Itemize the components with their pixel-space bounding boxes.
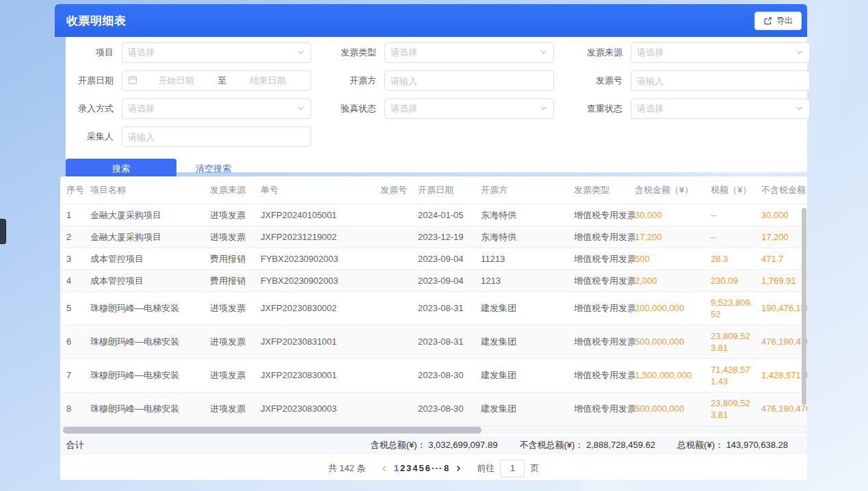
invoice-date-range-picker[interactable]: 开始日期 至 结束日期 bbox=[122, 70, 311, 91]
project-label: 项目 bbox=[66, 42, 122, 63]
table-cell: 5 bbox=[60, 291, 90, 325]
page-title: 收票明细表 bbox=[66, 13, 754, 29]
date-separator: 至 bbox=[213, 75, 231, 87]
filter-collector: 采集人 bbox=[66, 127, 312, 147]
export-icon bbox=[763, 16, 772, 25]
table-cell: 建发集团 bbox=[481, 291, 574, 325]
column-header: 发票类型 bbox=[574, 176, 635, 204]
horizontal-scrollbar-thumb[interactable] bbox=[63, 427, 482, 434]
table-cell: 500 bbox=[635, 248, 711, 269]
verify-status-placeholder: 请选择 bbox=[391, 103, 540, 115]
page-number-button[interactable]: 4 bbox=[412, 463, 417, 473]
project-select[interactable]: 请选择 bbox=[122, 42, 311, 63]
filter-entry-method: 录入方式 请选择 bbox=[66, 98, 311, 119]
export-button[interactable]: 导出 bbox=[754, 12, 802, 30]
invoice-type-select[interactable]: 请选择 bbox=[384, 42, 554, 63]
invoice-table: 序号项目名称发票来源单号发票号开票日期开票方发票类型含税金额（¥）税额（¥）不含… bbox=[60, 176, 807, 426]
table-cell: 2,000 bbox=[635, 269, 711, 291]
table-cell: 珠穆朗玛峰—电梯安装 bbox=[90, 358, 210, 392]
page-number-list: 123456···8 bbox=[393, 460, 450, 477]
collector-input[interactable] bbox=[128, 132, 305, 142]
dup-status-select[interactable]: 请选择 bbox=[631, 98, 810, 119]
column-header: 税额（¥） bbox=[711, 176, 761, 204]
table-cell bbox=[380, 248, 418, 269]
table-cell: 7 bbox=[60, 358, 90, 392]
table-cell: 190,476,190.48 bbox=[761, 291, 807, 325]
next-page-button[interactable] bbox=[449, 460, 467, 477]
calendar-icon bbox=[128, 75, 139, 87]
filter-issuer: 开票方 bbox=[311, 70, 554, 91]
table-cell: 200,000,000 bbox=[635, 291, 711, 325]
filter-dup-status: 查重状态 请选择 bbox=[554, 98, 810, 119]
filter-row-4: 采集人 bbox=[66, 127, 807, 147]
issuer-input[interactable] bbox=[391, 76, 548, 86]
entry-method-select[interactable]: 请选择 bbox=[122, 98, 311, 119]
verify-status-select[interactable]: 请选择 bbox=[384, 98, 554, 119]
pagination: 共 142 条 123456···8 前往 页 bbox=[60, 455, 807, 481]
table-cell: 珠穆朗玛峰—电梯安装 bbox=[90, 291, 210, 325]
prev-page-button[interactable] bbox=[376, 460, 393, 477]
entry-method-label: 录入方式 bbox=[66, 98, 122, 119]
chevron-down-icon bbox=[297, 104, 305, 114]
page-number-button[interactable]: 1 bbox=[394, 463, 399, 473]
summary-row: 合计 含税总额(¥)： 3,032,699,097.89 不含税总额(¥)： 2… bbox=[60, 436, 807, 455]
vertical-scrollbar[interactable] bbox=[802, 208, 806, 405]
column-header: 单号 bbox=[261, 176, 380, 204]
column-header: 发票来源 bbox=[210, 176, 261, 204]
filter-row-2: 开票日期 开始日期 至 结束日期 开票方 bbox=[66, 70, 807, 91]
chevron-down-icon bbox=[297, 48, 305, 58]
chevron-left-icon bbox=[380, 464, 389, 473]
page-number-button[interactable]: 5 bbox=[419, 463, 424, 473]
page-number-button[interactable]: 8 bbox=[444, 463, 449, 473]
table-cell: -- bbox=[711, 226, 761, 248]
table-cell: 4 bbox=[60, 269, 90, 291]
dup-status-label: 查重状态 bbox=[554, 98, 631, 119]
table-row: 8珠穆朗玛峰—电梯安装进项发票JXFP202308300032023-08-30… bbox=[60, 392, 807, 425]
total-without-tax-label: 不含税总额(¥)： bbox=[519, 440, 583, 450]
filter-verify-status: 验真状态 请选择 bbox=[311, 98, 554, 119]
page-number-button[interactable]: 2 bbox=[400, 463, 405, 473]
table-cell: 进项发票 bbox=[210, 358, 261, 392]
table-cell: 476,190,476.19 bbox=[761, 392, 807, 425]
table-cell: 17,200 bbox=[635, 226, 711, 248]
table-cell: 230.09 bbox=[711, 269, 761, 291]
goto-page-input[interactable] bbox=[500, 460, 525, 477]
table-cell: 500,000,000 bbox=[635, 392, 711, 425]
table-cell bbox=[380, 291, 418, 325]
table-cell: 2023-08-30 bbox=[418, 358, 481, 392]
table-cell: 30,000 bbox=[761, 204, 807, 226]
table-row: 3成本管控项目费用报销FYBX202309020032023-09-041121… bbox=[60, 248, 807, 269]
total-without-tax-value: 2,888,728,459.62 bbox=[586, 440, 655, 450]
page-number-button[interactable]: 3 bbox=[406, 463, 411, 473]
table-cell: 建发集团 bbox=[481, 325, 574, 358]
project-placeholder: 请选择 bbox=[128, 47, 297, 59]
table-row: 4成本管控项目费用报销FYBX202309020032023-09-041213… bbox=[60, 269, 807, 291]
column-header: 开票方 bbox=[481, 176, 574, 204]
table-cell: 2 bbox=[60, 226, 90, 248]
table-cell bbox=[380, 269, 418, 291]
table-cell: 1213 bbox=[481, 269, 574, 291]
clear-search-link[interactable]: 清空搜索 bbox=[196, 163, 231, 175]
invoice-no-input[interactable] bbox=[637, 76, 804, 86]
table-cell bbox=[380, 392, 418, 425]
table-cell: 金融大厦采购项目 bbox=[90, 204, 210, 226]
entry-method-placeholder: 请选择 bbox=[128, 103, 297, 115]
invoice-date-label: 开票日期 bbox=[66, 70, 122, 91]
table-cell: 成本管控项目 bbox=[90, 248, 210, 269]
table-cell: 1,769.91 bbox=[761, 269, 807, 291]
goto-page: 前往 页 bbox=[477, 460, 539, 477]
goto-label: 前往 bbox=[477, 462, 495, 475]
issuer-label: 开票方 bbox=[311, 70, 384, 91]
table-cell: FYBX20230902003 bbox=[261, 269, 380, 291]
sidebar-collapse-handle[interactable] bbox=[0, 219, 6, 244]
chevron-down-icon bbox=[540, 104, 548, 114]
table-cell: 28.3 bbox=[711, 248, 761, 269]
horizontal-scrollbar[interactable] bbox=[60, 426, 807, 434]
invoice-source-select[interactable]: 请选择 bbox=[631, 42, 810, 63]
table-cell: 6 bbox=[60, 325, 90, 358]
invoice-type-label: 发票类型 bbox=[311, 42, 384, 63]
table-cell: 增值税专用发票(蓝) bbox=[574, 325, 635, 358]
page-number-button[interactable]: 6 bbox=[425, 463, 430, 473]
total-with-tax-label: 含税总额(¥)： bbox=[371, 440, 426, 450]
table-cell: 进项发票 bbox=[210, 291, 261, 325]
